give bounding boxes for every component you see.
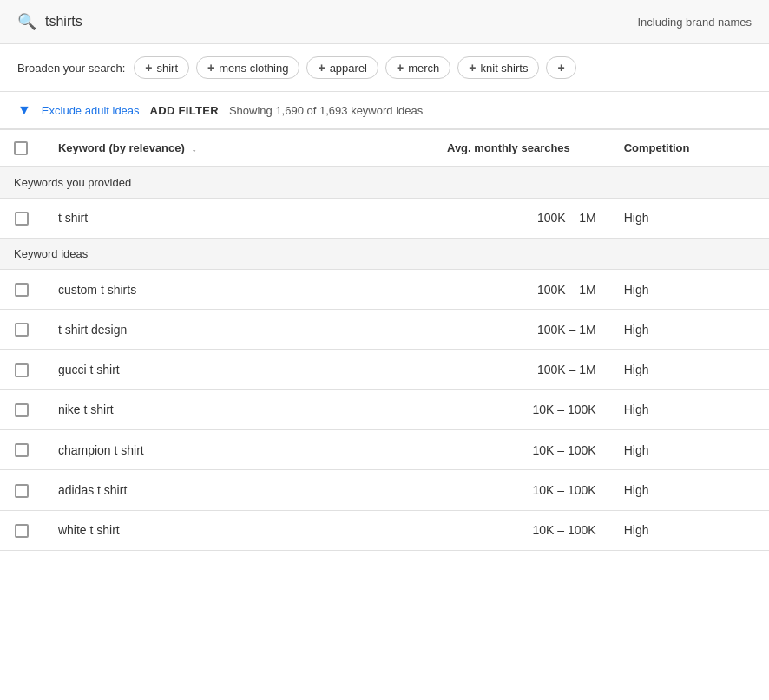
broaden-tag-merch-label: merch	[408, 62, 439, 75]
showing-text: Showing 1,690 of 1,693 keyword ideas	[229, 104, 423, 117]
row-competition: High	[610, 310, 769, 350]
row-searches: 100K – 1M	[433, 198, 610, 238]
exclude-adult-link[interactable]: Exclude adult ideas	[42, 104, 140, 117]
table-row: t shirt design 100K – 1M High	[0, 310, 769, 350]
plus-icon-shirt: +	[145, 61, 152, 75]
row-checkbox[interactable]	[15, 443, 29, 457]
row-checkbox-cell[interactable]	[0, 430, 44, 470]
th-competition: Competition	[610, 130, 769, 167]
section-title: Keywords you provided	[0, 167, 769, 199]
row-keyword: t shirt design	[44, 310, 433, 350]
row-keyword: adidas t shirt	[44, 470, 433, 510]
row-checkbox-cell[interactable]	[0, 350, 44, 389]
row-searches: 100K – 1M	[433, 350, 610, 389]
broaden-tag-shirt[interactable]: + shirt	[134, 56, 189, 79]
table-row: champion t shirt 10K – 100K High	[0, 430, 769, 470]
row-checkbox-cell[interactable]	[0, 510, 44, 550]
section-title: Keyword ideas	[0, 238, 769, 269]
row-checkbox-cell[interactable]	[0, 389, 44, 429]
broaden-bar: Broaden your search: + shirt + mens clot…	[0, 44, 769, 92]
filter-bar: ▼ Exclude adult ideas ADD FILTER Showing…	[0, 92, 769, 130]
broaden-tag-apparel-label: apparel	[330, 62, 367, 75]
th-searches: Avg. monthly searches	[433, 130, 610, 167]
plus-icon-merch: +	[397, 61, 404, 75]
plus-icon-mens-clothing: +	[207, 61, 214, 75]
row-checkbox[interactable]	[15, 484, 29, 498]
row-keyword: nike t shirt	[44, 389, 433, 429]
broaden-label: Broaden your search:	[17, 62, 125, 75]
row-keyword: champion t shirt	[44, 430, 433, 470]
plus-icon-more: +	[557, 61, 564, 75]
search-bar: 🔍 tshirts Including brand names	[0, 0, 769, 44]
row-searches: 100K – 1M	[433, 310, 610, 350]
row-competition: High	[610, 430, 769, 470]
broaden-tag-shirt-label: shirt	[156, 62, 178, 75]
row-keyword: t shirt	[44, 198, 433, 238]
row-searches: 10K – 100K	[433, 470, 610, 510]
table-row: adidas t shirt 10K – 100K High	[0, 470, 769, 510]
broaden-tag-knit-shirts[interactable]: + knit shirts	[457, 56, 539, 79]
table-row: custom t shirts 100K – 1M High	[0, 269, 769, 309]
broaden-tag-apparel[interactable]: + apparel	[306, 56, 378, 79]
th-keyword[interactable]: Keyword (by relevance) ↓	[44, 130, 433, 167]
row-checkbox[interactable]	[15, 524, 29, 538]
header-checkbox[interactable]	[14, 141, 28, 155]
row-competition: High	[610, 470, 769, 510]
search-icon: 🔍	[17, 12, 36, 31]
row-competition: High	[610, 198, 769, 238]
broaden-tag-mens-clothing-label: mens clothing	[219, 62, 288, 75]
table-header-row: Keyword (by relevance) ↓ Avg. monthly se…	[0, 130, 769, 167]
row-checkbox[interactable]	[15, 323, 29, 337]
row-searches: 10K – 100K	[433, 510, 610, 550]
row-checkbox-cell[interactable]	[0, 198, 44, 238]
row-keyword: white t shirt	[44, 510, 433, 550]
add-filter-button[interactable]: ADD FILTER	[150, 104, 219, 117]
row-keyword: custom t shirts	[44, 269, 433, 309]
table-row: t shirt 100K – 1M High	[0, 198, 769, 238]
row-checkbox[interactable]	[15, 403, 29, 417]
section-header-0: Keywords you provided	[0, 167, 769, 199]
broaden-tag-merch[interactable]: + merch	[385, 56, 450, 79]
row-checkbox-cell[interactable]	[0, 310, 44, 350]
keyword-table: Keyword (by relevance) ↓ Avg. monthly se…	[0, 130, 769, 551]
broaden-tags: + shirt + mens clothing + apparel + merc…	[134, 56, 575, 79]
filter-icon: ▼	[17, 102, 31, 118]
table-row: gucci t shirt 100K – 1M High	[0, 350, 769, 389]
row-competition: High	[610, 350, 769, 389]
search-query: tshirts	[45, 14, 82, 29]
broaden-tag-more[interactable]: +	[546, 56, 575, 79]
row-competition: High	[610, 389, 769, 429]
broaden-tag-mens-clothing[interactable]: + mens clothing	[196, 56, 299, 79]
section-header-1: Keyword ideas	[0, 238, 769, 269]
broaden-tag-knit-shirts-label: knit shirts	[481, 62, 529, 75]
row-searches: 100K – 1M	[433, 269, 610, 309]
brand-names-link[interactable]: Including brand names	[637, 16, 752, 29]
row-checkbox-cell[interactable]	[0, 470, 44, 510]
row-checkbox-cell[interactable]	[0, 269, 44, 309]
plus-icon-knit-shirts: +	[469, 61, 476, 75]
row-competition: High	[610, 510, 769, 550]
row-checkbox[interactable]	[15, 212, 29, 226]
th-keyword-label: Keyword (by relevance)	[58, 141, 185, 154]
row-checkbox[interactable]	[15, 283, 29, 297]
plus-icon-apparel: +	[318, 61, 325, 75]
table-row: white t shirt 10K – 100K High	[0, 510, 769, 550]
th-competition-label: Competition	[624, 141, 690, 154]
th-searches-label: Avg. monthly searches	[447, 141, 570, 154]
search-left: 🔍 tshirts	[17, 12, 82, 31]
row-checkbox[interactable]	[15, 363, 29, 377]
table-row: nike t shirt 10K – 100K High	[0, 389, 769, 429]
row-keyword: gucci t shirt	[44, 350, 433, 389]
row-searches: 10K – 100K	[433, 389, 610, 429]
row-searches: 10K – 100K	[433, 430, 610, 470]
header-checkbox-cell[interactable]	[0, 130, 44, 167]
sort-arrow-icon: ↓	[191, 142, 196, 154]
row-competition: High	[610, 269, 769, 309]
